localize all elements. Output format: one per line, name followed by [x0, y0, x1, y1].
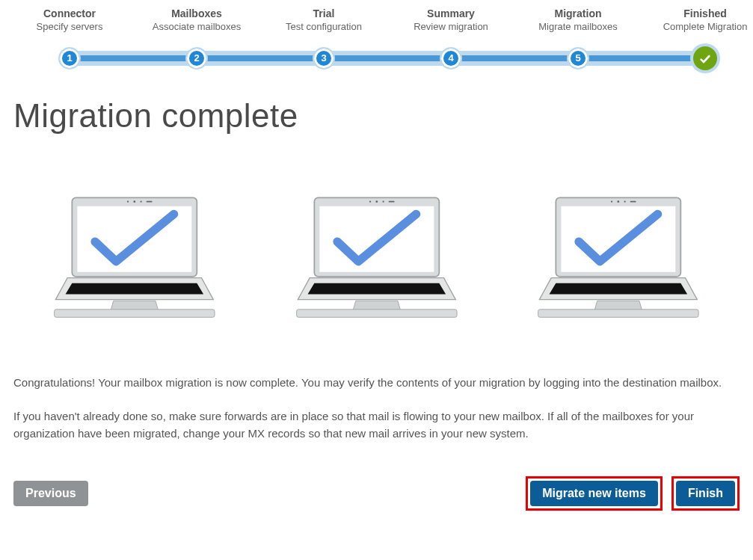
svg-marker-8 — [111, 301, 158, 310]
svg-rect-5 — [147, 201, 153, 203]
body-paragraph-2: If you haven't already done so, make sur… — [13, 407, 740, 443]
page-title: Migration complete — [13, 97, 740, 135]
svg-marker-28 — [595, 301, 642, 310]
svg-marker-18 — [353, 301, 400, 310]
svg-rect-9 — [55, 310, 215, 318]
svg-rect-29 — [538, 310, 698, 318]
step-sub: Review migration — [391, 21, 511, 32]
step-title: Finished — [645, 7, 753, 19]
svg-point-14 — [382, 201, 384, 203]
step-node-3[interactable]: 3 — [314, 49, 334, 68]
step-sub: Test configuration — [264, 21, 384, 32]
body-paragraph-1: Congratulations! Your mailbox migration … — [13, 374, 740, 391]
svg-point-22 — [611, 201, 612, 203]
check-icon — [699, 53, 711, 65]
step-trial: Trial Test configuration 3 — [264, 7, 384, 32]
step-title: Trial — [264, 7, 384, 19]
step-mailboxes: Mailboxes Associate mailboxes 2 — [137, 7, 256, 32]
svg-rect-15 — [388, 201, 394, 203]
previous-button[interactable]: Previous — [13, 481, 88, 506]
svg-point-23 — [618, 200, 620, 203]
svg-rect-25 — [630, 201, 636, 203]
highlight-finish: Finish — [671, 476, 740, 511]
svg-point-3 — [133, 200, 135, 203]
step-migration: Migration Migrate mailboxes 5 — [518, 7, 638, 32]
button-row: Previous Migrate new items Finish — [13, 476, 740, 511]
step-node-5[interactable]: 5 — [568, 49, 588, 68]
laptop-illustration — [520, 194, 717, 329]
step-finished: Finished Complete Migration — [645, 7, 753, 32]
step-node-1[interactable]: 1 — [60, 49, 79, 68]
highlight-migrate-new-items: Migrate new items — [526, 476, 663, 511]
svg-marker-27 — [550, 283, 688, 295]
finish-button[interactable]: Finish — [676, 481, 735, 506]
step-sub: Complete Migration — [645, 21, 753, 32]
svg-point-4 — [140, 201, 141, 203]
svg-point-13 — [375, 200, 378, 203]
step-track-inner — [70, 55, 713, 61]
laptops-row — [36, 194, 717, 329]
step-title: Migration — [518, 7, 638, 19]
svg-rect-19 — [296, 310, 456, 318]
step-sub: Associate mailboxes — [137, 21, 256, 32]
laptop-illustration — [36, 194, 233, 329]
migrate-new-items-button[interactable]: Migrate new items — [530, 481, 658, 506]
step-node-done[interactable] — [693, 46, 717, 70]
svg-point-2 — [127, 201, 129, 203]
svg-point-24 — [624, 201, 626, 203]
svg-marker-7 — [66, 283, 204, 295]
step-title: Connector — [10, 7, 129, 19]
laptop-illustration — [278, 194, 476, 329]
svg-marker-17 — [307, 283, 446, 295]
svg-point-12 — [369, 201, 371, 203]
step-node-2[interactable]: 2 — [187, 49, 206, 68]
step-title: Mailboxes — [137, 7, 256, 19]
step-sub: Migrate mailboxes — [518, 21, 638, 32]
step-connector: Connector Specify servers 1 — [10, 7, 129, 32]
step-title: Summary — [391, 7, 511, 19]
step-sub: Specify servers — [10, 21, 129, 32]
step-node-4[interactable]: 4 — [441, 49, 461, 68]
wizard-stepper: Connector Specify servers 1 Mailboxes As… — [13, 7, 740, 75]
step-summary: Summary Review migration 4 — [391, 7, 511, 32]
